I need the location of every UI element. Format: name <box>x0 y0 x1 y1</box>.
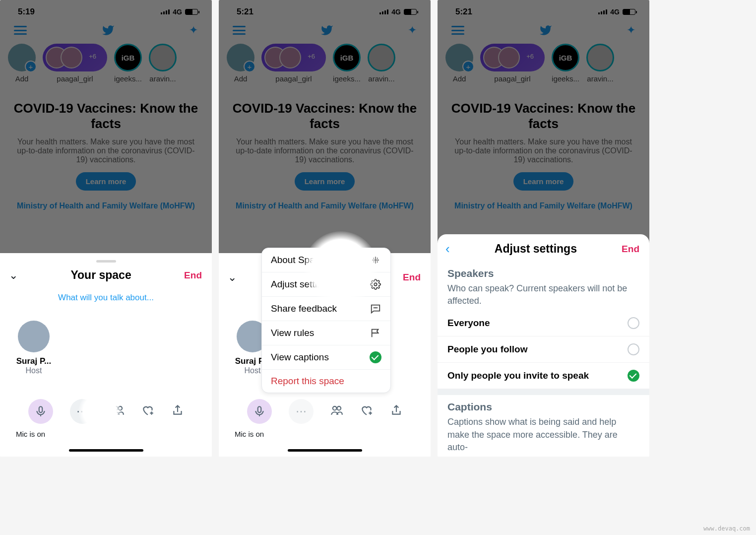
twitter-logo-icon <box>101 24 116 37</box>
end-button[interactable]: End <box>184 270 202 281</box>
source-link[interactable]: Ministry of Health and Family Welfare (M… <box>12 201 200 210</box>
hamburger-icon[interactable] <box>451 26 464 35</box>
menu-share-feedback[interactable]: Share feedback <box>262 297 390 321</box>
back-chevron-icon[interactable]: ‹ <box>445 241 450 257</box>
status-indicators: 4G <box>161 8 198 16</box>
menu-view-captions[interactable]: View captions <box>262 345 390 370</box>
svg-point-9 <box>377 308 377 308</box>
story-paagal[interactable]: +6paagal_girl <box>43 44 107 83</box>
twitter-logo-icon <box>538 24 553 37</box>
sparkle-icon[interactable]: ✦ <box>408 24 417 37</box>
story-aravin[interactable]: aravin... <box>586 44 614 83</box>
story-aravin[interactable]: aravin... <box>149 44 177 83</box>
signal-icon <box>161 9 170 14</box>
learn-more-button[interactable]: Learn more <box>295 172 355 191</box>
check-icon <box>370 351 381 363</box>
collapse-chevron-icon[interactable]: ⌄ <box>228 271 237 284</box>
svg-point-1 <box>114 406 118 410</box>
heart-plus-icon <box>141 404 154 417</box>
network-label: 4G <box>610 8 620 16</box>
share-button[interactable] <box>390 404 403 419</box>
option-everyone[interactable]: Everyone <box>438 310 649 336</box>
mic-button[interactable] <box>28 399 53 424</box>
collapse-chevron-icon[interactable]: ⌄ <box>9 269 18 282</box>
network-label: 4G <box>173 8 182 16</box>
option-invite-only[interactable]: Only people you invite to speak <box>438 363 649 389</box>
speakers-section-title: Speakers <box>447 268 639 279</box>
option-people-follow[interactable]: People you follow <box>438 336 649 363</box>
story-igeeks[interactable]: iGBigeeks... <box>114 44 142 83</box>
story-aravin[interactable]: aravin... <box>368 44 395 83</box>
menu-view-rules[interactable]: View rules <box>262 321 390 345</box>
host-role: Host <box>26 366 42 375</box>
svg-point-8 <box>376 308 376 308</box>
end-button[interactable]: End <box>403 272 421 283</box>
story-add[interactable]: Add <box>8 44 36 83</box>
sparkle-icon[interactable]: ✦ <box>627 24 635 37</box>
menu-report-space[interactable]: Report this space <box>262 370 390 393</box>
source-link[interactable]: Ministry of Health and Family Welfare (M… <box>231 201 419 210</box>
flag-icon <box>370 327 381 339</box>
mic-button[interactable] <box>247 399 272 424</box>
svg-point-5 <box>337 406 341 410</box>
learn-more-button[interactable]: Learn more <box>76 172 136 191</box>
heart-plus-icon <box>360 404 373 417</box>
heart-button[interactable] <box>141 404 154 419</box>
host-name: Suraj P... <box>16 356 52 366</box>
action-row: ⋯ <box>0 399 212 424</box>
home-indicator[interactable] <box>69 449 143 452</box>
share-icon <box>390 404 403 417</box>
signal-icon <box>598 9 607 14</box>
home-indicator[interactable] <box>288 449 362 452</box>
covid-desc: Your health matters. Make sure you have … <box>449 137 637 164</box>
story-paagal[interactable]: +6paagal_girl <box>480 44 545 83</box>
app-header: ✦ <box>0 19 212 40</box>
more-icon: ⋯ <box>296 405 307 418</box>
story-igeeks[interactable]: iGBigeeks... <box>333 44 361 83</box>
sparkle-icon[interactable]: ✦ <box>189 24 198 37</box>
story-igeeks[interactable]: iGBigeeks... <box>552 44 579 83</box>
people-icon <box>112 404 125 417</box>
learn-more-button[interactable]: Learn more <box>513 172 574 191</box>
host-avatar[interactable] <box>18 321 50 352</box>
speakers-section-desc: Who can speak? Current speakers will not… <box>447 282 639 307</box>
twitter-logo-icon <box>319 24 334 37</box>
status-time: 5:21 <box>237 7 253 17</box>
chat-icon <box>370 303 381 315</box>
more-button[interactable]: ⋯ <box>289 399 314 424</box>
source-link[interactable]: Ministry of Health and Family Welfare (M… <box>449 201 637 210</box>
people-button[interactable] <box>112 404 125 419</box>
share-button[interactable] <box>171 404 184 419</box>
hamburger-icon[interactable] <box>14 26 27 35</box>
menu-adjust-settings[interactable]: Adjust settings <box>262 272 390 297</box>
screen-3: 5:21 4G ✦ Add +6paagal_girl iGBigeeks...… <box>438 0 649 457</box>
prompt-text[interactable]: What will you talk about... <box>0 293 212 303</box>
hamburger-icon[interactable] <box>233 26 246 35</box>
screen-1: 5:19 4G ✦ Add +6paagal_girl iGBigeeks...… <box>0 0 212 457</box>
story-add[interactable]: Add <box>227 44 254 83</box>
story-paagal[interactable]: +6paagal_girl <box>261 44 326 83</box>
svg-point-6 <box>374 283 377 286</box>
screen-2: 5:21 4G ✦ Add +6paagal_girl iGBigeeks...… <box>219 0 431 457</box>
heart-button[interactable] <box>360 404 373 419</box>
svg-point-7 <box>374 308 375 308</box>
more-button[interactable]: ⋯ <box>70 399 95 424</box>
menu-about-spaces[interactable]: About Spaces ⁜ <box>262 248 390 272</box>
covid-desc: Your health matters. Make sure you have … <box>231 137 419 164</box>
mic-status-label: Mic is on <box>235 430 431 438</box>
people-button[interactable] <box>330 404 343 419</box>
stories-row: Add +6paagal_girl iGBigeeks... aravin... <box>0 40 212 86</box>
battery-icon <box>404 9 417 15</box>
svg-point-2 <box>118 406 122 410</box>
bg-layer: 5:19 4G ✦ Add +6paagal_girl iGBigeeks...… <box>0 0 212 216</box>
captions-section-desc: Captions show what is being said and hel… <box>447 416 639 454</box>
battery-icon <box>185 9 198 15</box>
host-role: Host <box>245 366 261 375</box>
network-label: 4G <box>391 8 401 16</box>
story-add[interactable]: Add <box>445 44 473 83</box>
sheet-grabber[interactable] <box>96 260 116 263</box>
radio-selected-icon <box>628 370 639 382</box>
sheet-title: Your space <box>70 268 131 282</box>
space-sheet: ⌄ Your space End What will you talk abou… <box>0 256 212 457</box>
end-button[interactable]: End <box>622 244 639 255</box>
